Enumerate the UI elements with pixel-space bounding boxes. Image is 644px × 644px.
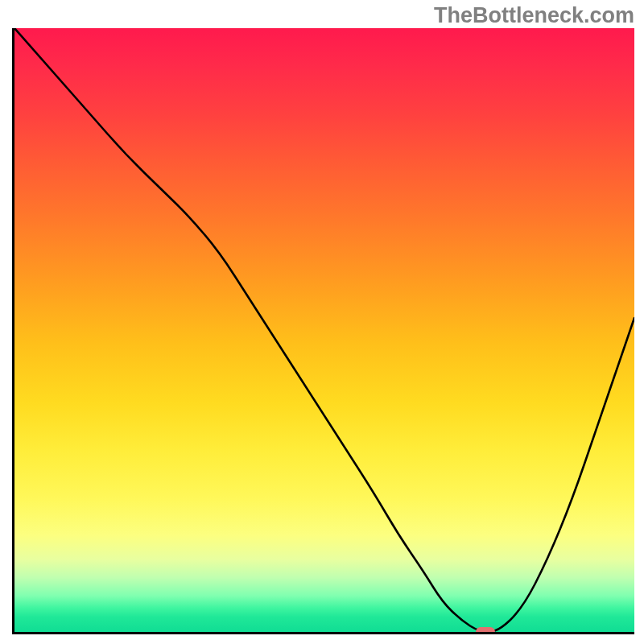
curve-svg	[14, 28, 634, 632]
optimal-marker	[476, 627, 495, 634]
bottleneck-curve	[14, 28, 634, 632]
plot-area	[12, 28, 634, 634]
chart-container: TheBottleneck.com	[0, 0, 644, 644]
watermark-text: TheBottleneck.com	[434, 3, 634, 28]
